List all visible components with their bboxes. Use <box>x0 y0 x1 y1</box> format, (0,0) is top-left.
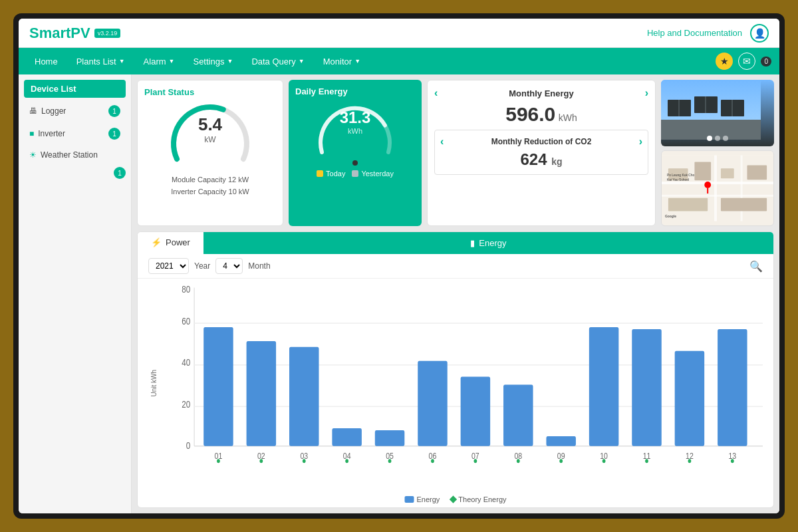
chart-legend: Energy Theory Energy <box>404 495 506 503</box>
help-link[interactable]: Help and Documentation <box>647 28 742 38</box>
monthly-energy-title: Monthly Energy <box>509 88 574 98</box>
theory-energy-legend-label: Theory Energy <box>458 495 506 503</box>
monthly-num: 596.0 <box>505 103 555 125</box>
svg-rect-61 <box>589 327 619 446</box>
search-icon[interactable]: 🔍 <box>749 260 763 273</box>
svg-point-36 <box>217 459 220 463</box>
inverter-icon: ■ <box>29 129 34 138</box>
co2-next[interactable]: › <box>639 136 642 148</box>
svg-point-57 <box>517 459 520 463</box>
power-tab-label: Power <box>166 237 190 247</box>
daily-energy-title: Daily Energy <box>295 86 348 96</box>
device-inverter[interactable]: ■ Inverter 1 <box>24 124 126 143</box>
nav-home[interactable]: Home <box>27 51 66 72</box>
co2-title: Monthly Reduction of CO2 <box>491 137 592 146</box>
device-weather-station[interactable]: ☀ Weather Station <box>24 147 126 163</box>
energy-tab-label: Energy <box>479 238 506 248</box>
monthly-prev[interactable]: ‹ <box>434 87 438 99</box>
month-select[interactable]: 4 <box>215 258 243 274</box>
svg-rect-15 <box>721 168 734 178</box>
chart-tabs: ⚡ Power ▮ Energy <box>138 232 773 254</box>
nav-alarm[interactable]: Alarm ▼ <box>136 51 183 72</box>
energy-legend-box <box>404 496 414 503</box>
top-bar: SmartPV v3.2.19 Help and Documentation 👤 <box>19 19 779 48</box>
monthly-energy-card: ‹ Monthly Energy › 596.0 kWh ‹ Monthly R… <box>427 80 656 226</box>
energy-legend-label: Energy <box>416 495 440 503</box>
weather-icon: ☀ <box>29 150 37 160</box>
left-sidebar: Device List 🖶 Logger 1 ■ Inverter 1 <box>19 74 132 513</box>
svg-point-42 <box>303 459 306 463</box>
svg-rect-49 <box>418 361 448 446</box>
svg-text:Kai Yau School: Kai Yau School <box>667 178 689 182</box>
device-list-header: Device List <box>24 80 126 98</box>
daily-gauge: 31.3 kWh <box>315 99 395 159</box>
monthly-value: 596.0 kWh <box>434 103 648 126</box>
daily-unit: kWh <box>340 127 371 135</box>
tab-energy[interactable]: ▮ Energy <box>203 232 773 254</box>
monthly-next[interactable]: › <box>645 87 648 99</box>
inverter-label: Inverter <box>38 129 65 138</box>
plant-gauge: 5.4 kW <box>167 102 253 169</box>
content-area: Plant Status 5.4 kW M <box>132 74 779 513</box>
top-widgets: Plant Status 5.4 kW M <box>137 80 774 226</box>
logger-label: Logger <box>41 106 66 116</box>
year-label: Year <box>194 261 210 271</box>
svg-point-51 <box>431 459 434 463</box>
svg-rect-67 <box>675 351 705 446</box>
monthly-co2-card: ‹ Monthly Reduction of CO2 › 624 kg <box>434 130 648 175</box>
svg-rect-46 <box>375 430 405 446</box>
svg-point-54 <box>474 459 477 463</box>
app-name: SmartPV <box>29 25 90 42</box>
svg-text:80: 80 <box>182 284 190 295</box>
svg-point-69 <box>688 459 692 463</box>
svg-point-66 <box>645 459 648 463</box>
map-card: Po Leung Kuk Cho Kai Yau School Google <box>661 80 774 226</box>
year-select[interactable]: 2021 <box>148 258 189 274</box>
device-logger[interactable]: 🖶 Logger 1 <box>24 102 126 120</box>
daily-energy-card: Daily Energy 31.3 kWh <box>289 80 422 226</box>
svg-text:20: 20 <box>182 398 190 410</box>
weather-badge: 1 <box>114 167 126 179</box>
svg-rect-64 <box>632 329 662 446</box>
svg-point-72 <box>731 459 734 463</box>
plant-status-title: Plant Status <box>144 87 194 97</box>
svg-rect-40 <box>289 347 319 446</box>
nav-settings[interactable]: Settings ▼ <box>185 51 241 72</box>
tab-power[interactable]: ⚡ Power <box>138 232 203 254</box>
co2-value: 624 <box>520 150 547 168</box>
mail-icon[interactable]: ✉ <box>738 53 755 70</box>
mail-badge: 0 <box>761 57 771 66</box>
chart-area: Unit kWh 0 20 40 60 80 <box>138 279 773 507</box>
svg-point-60 <box>559 459 563 463</box>
top-right-area: Help and Documentation 👤 <box>647 24 769 43</box>
svg-rect-16 <box>747 165 767 180</box>
svg-point-39 <box>260 459 263 463</box>
inverter-badge: 1 <box>108 128 120 140</box>
theory-energy-legend-diamond <box>450 495 457 503</box>
svg-rect-11 <box>714 156 717 221</box>
nav-plants-list[interactable]: Plants List ▼ <box>68 51 133 72</box>
power-value: 5.4 <box>198 114 222 135</box>
main-content: Device List 🖶 Logger 1 ■ Inverter 1 <box>19 74 779 513</box>
svg-rect-9 <box>662 182 773 184</box>
month-label: Month <box>248 261 270 271</box>
logger-icon: 🖶 <box>29 106 37 116</box>
logger-badge: 1 <box>108 105 120 117</box>
svg-text:0: 0 <box>186 440 191 452</box>
svg-rect-17 <box>668 198 708 211</box>
yesterday-label: Yesterday <box>361 170 394 178</box>
nav-data-query[interactable]: Data Query ▼ <box>243 51 312 72</box>
svg-rect-70 <box>718 329 747 446</box>
daily-dot <box>352 160 358 166</box>
notification-icon[interactable]: ★ <box>716 53 733 70</box>
svg-point-48 <box>388 459 392 463</box>
svg-rect-34 <box>203 327 233 446</box>
nav-monitor[interactable]: Monitor ▼ <box>315 51 368 72</box>
svg-text:Google: Google <box>665 215 676 218</box>
map-image[interactable]: Po Leung Kuk Cho Kai Yau School Google <box>661 150 774 226</box>
svg-rect-37 <box>247 341 277 446</box>
monthly-unit: kWh <box>559 112 577 123</box>
co2-prev[interactable]: ‹ <box>440 136 444 148</box>
today-legend-dot <box>317 170 323 177</box>
user-icon[interactable]: 👤 <box>750 24 769 43</box>
